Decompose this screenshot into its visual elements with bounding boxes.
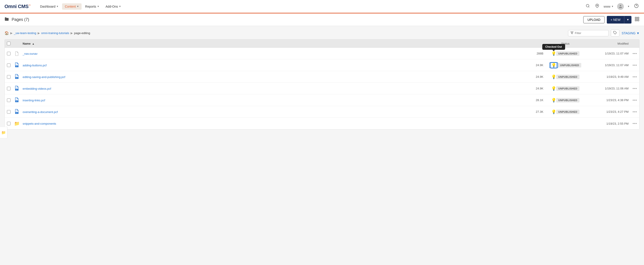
header-modified-cell: Modified: [586, 42, 630, 45]
breadcrumb-home[interactable]: 🏠: [4, 31, 9, 35]
staging-button[interactable]: STAGING ▼: [622, 31, 640, 35]
file-name-link[interactable]: inserting-links.pcf: [23, 99, 45, 102]
row-checkbox[interactable]: [7, 98, 10, 102]
header-name-cell[interactable]: Name ▲: [21, 42, 527, 45]
nav-addons-label: Add-Ons: [106, 5, 118, 8]
nav-dashboard[interactable]: Dashboard ▼: [38, 3, 61, 10]
svg-rect-9: [635, 20, 636, 21]
row-checkbox[interactable]: [7, 110, 10, 114]
status-badge: UNPUBLISHED: [556, 86, 580, 91]
table-row: PCF editing-saving-and-publishing.pcf 24…: [5, 71, 639, 83]
nav-reports-label: Reports: [85, 5, 96, 8]
user-avatar[interactable]: [617, 3, 624, 10]
row-checkbox[interactable]: [7, 52, 10, 55]
row-status-cell: 💡 UNPUBLISHED: [545, 62, 586, 68]
status-badge: UNPUBLISHED: [556, 110, 580, 114]
staging-arrow: ▼: [636, 31, 640, 35]
pcf-icon-svg: PCF: [14, 97, 19, 102]
nav-addons[interactable]: Add-Ons ▼: [103, 3, 124, 10]
file-name-link[interactable]: overwriting-a-document.pcf: [23, 110, 58, 114]
www-selector[interactable]: www ▼: [604, 5, 614, 8]
svg-text:PCF: PCF: [16, 101, 18, 102]
row-more-button[interactable]: •••: [632, 75, 637, 79]
tag-button[interactable]: [611, 30, 619, 37]
sort-icon: ▲: [32, 42, 34, 45]
status-badge: UNPUBLISHED: [558, 63, 582, 68]
row-actions-cell: •••: [630, 122, 639, 126]
bulb-icon[interactable]: 💡: [551, 109, 556, 114]
svg-rect-6: [635, 17, 636, 19]
breadcrumb-right: STAGING ▼: [568, 30, 640, 37]
folder-name-link[interactable]: snippets-and-components: [23, 122, 56, 125]
breadcrumb: 🏠 ▶ _uw-team-testing ▶ omni-training-tut…: [4, 31, 90, 35]
breadcrumb-tutorials[interactable]: omni-training-tutorials: [41, 31, 69, 35]
row-checkbox[interactable]: [7, 87, 10, 90]
bulb-icon[interactable]: 💡: [551, 74, 556, 79]
header-actions: UPLOAD + NEW ▼: [583, 16, 640, 24]
settings-button[interactable]: [634, 17, 640, 23]
svg-point-0: [586, 4, 589, 7]
pcf-file-icon: PCF: [14, 62, 19, 68]
row-more-button[interactable]: •••: [632, 122, 637, 126]
row-modified-cell: 1/19/23, 9:49 AM: [586, 75, 630, 79]
settings-icon: [634, 17, 640, 22]
row-size-cell: 288B: [527, 52, 545, 55]
row-more-button[interactable]: •••: [632, 98, 637, 102]
side-folder-button[interactable]: 📁: [0, 127, 8, 133]
row-modified-cell: 1/19/23, 11:07 AM: [586, 64, 630, 67]
table-row: 📁 snippets-and-components 1/19/23, 2:55 …: [5, 118, 639, 129]
logo: Omni CMS™: [4, 4, 31, 10]
row-checkbox[interactable]: [7, 75, 10, 79]
row-status-cell: 💡 UNPUBLISHED: [545, 98, 586, 103]
filter-input[interactable]: [575, 31, 606, 35]
status-badge: UNPUBLISHED: [556, 75, 580, 79]
nav-reports[interactable]: Reports ▼: [82, 3, 102, 10]
select-all-checkbox[interactable]: [7, 42, 10, 45]
new-button[interactable]: + NEW: [607, 16, 624, 23]
www-label: www: [604, 5, 610, 8]
row-more-button[interactable]: •••: [632, 87, 637, 91]
row-modified-cell: 1/19/23, 11:06 AM: [586, 87, 630, 90]
avatar-icon: [618, 5, 622, 9]
table-row: PCF adding-buttons.pcf 24.9K 💡 UNPUBLISH…: [5, 59, 639, 71]
file-name-link[interactable]: editing-saving-and-publishing.pcf: [23, 75, 65, 79]
row-checkbox-cell: [5, 122, 13, 125]
nav-content-arrow: ▼: [77, 5, 79, 8]
content-area: 🏠 ▶ _uw-team-testing ▶ omni-training-tut…: [0, 26, 644, 133]
svg-text:PCF: PCF: [16, 66, 18, 67]
breadcrumb-uw-team[interactable]: _uw-team-testing: [14, 31, 36, 35]
row-checkbox[interactable]: [7, 122, 10, 125]
pcf-file-icon: PCF: [14, 85, 19, 92]
bulb-icon[interactable]: 💡: [551, 98, 556, 103]
location-button[interactable]: [594, 3, 600, 10]
file-name-link[interactable]: _nav.ounav: [23, 52, 38, 55]
row-more-button[interactable]: •••: [632, 52, 637, 56]
search-button[interactable]: [585, 3, 591, 10]
nav-dashboard-label: Dashboard: [40, 5, 56, 8]
filter-icon: [570, 31, 574, 35]
help-button[interactable]: [633, 3, 640, 10]
file-icon: [15, 51, 19, 56]
pcf-file-icon: PCF: [14, 74, 19, 80]
row-name-cell: snippets-and-components: [21, 122, 527, 125]
header-checkbox-cell: [5, 42, 13, 45]
top-nav: Omni CMS™ Dashboard ▼ Content ▼ Reports …: [0, 0, 644, 14]
svg-text:PCF: PCF: [16, 78, 18, 79]
row-size-cell: 24.9K: [527, 87, 545, 90]
row-checkbox[interactable]: [7, 64, 10, 67]
new-button-arrow[interactable]: ▼: [624, 16, 632, 23]
file-name-link[interactable]: embedding-videos.pcf: [23, 87, 51, 90]
file-name-link[interactable]: adding-buttons.pcf: [23, 64, 46, 67]
nav-right: www ▼ ▼: [585, 3, 640, 10]
nav-content[interactable]: Content ▼: [62, 3, 82, 10]
table-row: PCF inserting-links.pcf 28.1K 💡 UNPUBLIS…: [5, 94, 639, 106]
status-badge: UNPUBLISHED: [556, 98, 580, 102]
row-more-button[interactable]: •••: [632, 110, 637, 114]
table-row: _nav.ounav 288B Checked Out 💡 UNPUBLISHE…: [5, 48, 639, 59]
bulb-icon[interactable]: 💡: [551, 86, 556, 91]
row-more-button[interactable]: •••: [632, 63, 637, 67]
status-badge: UNPUBLISHED: [556, 51, 580, 56]
upload-button[interactable]: UPLOAD: [583, 16, 605, 23]
nav-reports-arrow: ▼: [97, 5, 99, 8]
checkout-bulb-icon[interactable]: 💡: [550, 62, 557, 68]
